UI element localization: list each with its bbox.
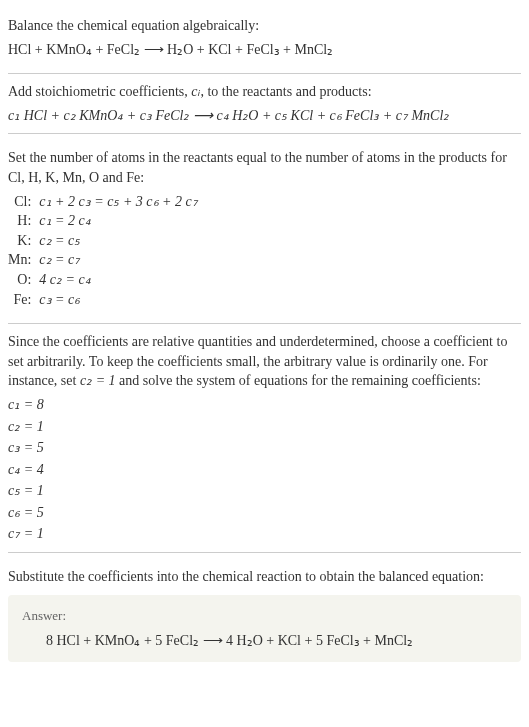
table-row: K: c₂ = c₅ <box>8 231 198 251</box>
section-answer: Substitute the coefficients into the che… <box>8 559 521 670</box>
coefficient-line: c₇ = 1 <box>8 524 521 544</box>
problem-equation: HCl + KMnO₄ + FeCl₂ ⟶ H₂O + KCl + FeCl₃ … <box>8 40 521 60</box>
solve-title-c2: c₂ = 1 <box>80 373 116 388</box>
table-row: H: c₁ = 2 c₄ <box>8 211 198 231</box>
section-atoms: Set the number of atoms in the reactants… <box>8 140 521 317</box>
atom-equation: c₃ = c₆ <box>39 290 197 310</box>
atom-label: Fe: <box>8 290 39 310</box>
atom-label: K: <box>8 231 39 251</box>
atom-label: O: <box>8 270 39 290</box>
atom-label: Mn: <box>8 250 39 270</box>
solve-title-post: and solve the system of equations for th… <box>116 373 481 388</box>
answer-box: Answer: 8 HCl + KMnO₄ + 5 FeCl₂ ⟶ 4 H₂O … <box>8 595 521 663</box>
atom-label: H: <box>8 211 39 231</box>
table-row: Mn: c₂ = c₇ <box>8 250 198 270</box>
atom-label: Cl: <box>8 192 39 212</box>
problem-title: Balance the chemical equation algebraica… <box>8 16 521 36</box>
atom-equation: 4 c₂ = c₄ <box>39 270 197 290</box>
stoich-title-post: , to the reactants and products: <box>200 84 371 99</box>
atom-equation: c₁ = 2 c₄ <box>39 211 197 231</box>
coefficient-line: c₃ = 5 <box>8 438 521 458</box>
section-stoichiometric: Add stoichiometric coefficients, cᵢ, to … <box>8 73 521 134</box>
atoms-table: Cl: c₁ + 2 c₃ = c₅ + 3 c₆ + 2 c₇ H: c₁ =… <box>8 192 198 310</box>
coefficient-line: c₅ = 1 <box>8 481 521 501</box>
coefficient-line: c₂ = 1 <box>8 417 521 437</box>
coefficient-line: c₄ = 4 <box>8 460 521 480</box>
atom-equation: c₂ = c₅ <box>39 231 197 251</box>
atoms-title: Set the number of atoms in the reactants… <box>8 148 521 187</box>
table-row: Cl: c₁ + 2 c₃ = c₅ + 3 c₆ + 2 c₇ <box>8 192 198 212</box>
stoich-title-pre: Add stoichiometric coefficients, <box>8 84 191 99</box>
stoichiometric-title: Add stoichiometric coefficients, cᵢ, to … <box>8 82 521 102</box>
section-solve: Since the coefficients are relative quan… <box>8 323 521 553</box>
table-row: Fe: c₃ = c₆ <box>8 290 198 310</box>
section-problem: Balance the chemical equation algebraica… <box>8 8 521 67</box>
answer-label: Answer: <box>22 607 507 625</box>
stoichiometric-equation: c₁ HCl + c₂ KMnO₄ + c₃ FeCl₂ ⟶ c₄ H₂O + … <box>8 106 521 126</box>
atom-equation: c₂ = c₇ <box>39 250 197 270</box>
coefficient-line: c₁ = 8 <box>8 395 521 415</box>
atom-equation: c₁ + 2 c₃ = c₅ + 3 c₆ + 2 c₇ <box>39 192 197 212</box>
solve-title: Since the coefficients are relative quan… <box>8 332 521 391</box>
substitute-title: Substitute the coefficients into the che… <box>8 567 521 587</box>
answer-equation: 8 HCl + KMnO₄ + 5 FeCl₂ ⟶ 4 H₂O + KCl + … <box>22 631 507 651</box>
table-row: O: 4 c₂ = c₄ <box>8 270 198 290</box>
coefficient-line: c₆ = 5 <box>8 503 521 523</box>
